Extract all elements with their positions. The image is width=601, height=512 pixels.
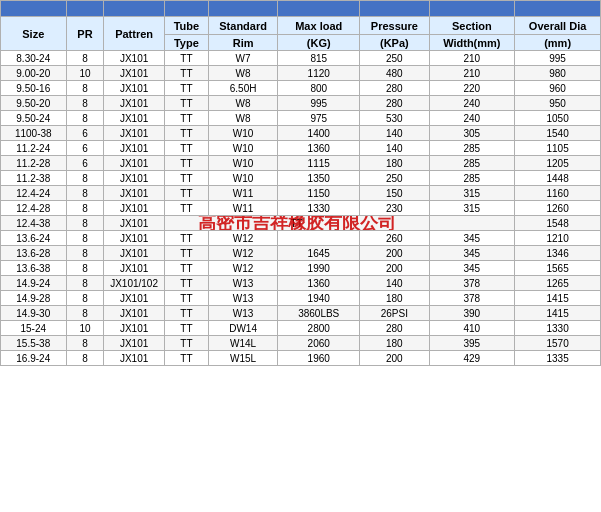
table-row: 9.00-2010JX101TTW81120480210980 bbox=[1, 66, 601, 81]
table-cell: 378 bbox=[429, 276, 515, 291]
table-cell: 995 bbox=[278, 96, 360, 111]
table-cell: TT bbox=[164, 276, 208, 291]
table-cell: 1565 bbox=[515, 261, 601, 276]
table-row: 13.6-288JX101TTW1216452003451346 bbox=[1, 246, 601, 261]
table-cell: 1346 bbox=[515, 246, 601, 261]
table-cell: 390 bbox=[429, 306, 515, 321]
table-cell: 1100-38 bbox=[1, 126, 67, 141]
table-cell: 1540 bbox=[515, 126, 601, 141]
table-cell: 1260 bbox=[515, 201, 601, 216]
table-cell: 210 bbox=[429, 66, 515, 81]
table-cell: 1360 bbox=[278, 141, 360, 156]
table-cell: 429 bbox=[429, 351, 515, 366]
table-cell: 280 bbox=[360, 96, 429, 111]
table-cell: 26PSI bbox=[360, 306, 429, 321]
table-cell: TT bbox=[164, 171, 208, 186]
table-cell: 200 bbox=[360, 351, 429, 366]
table-cell: W15L bbox=[208, 351, 277, 366]
table-cell: 11.2-38 bbox=[1, 171, 67, 186]
table-cell: JX101 bbox=[104, 306, 165, 321]
table-cell: TT bbox=[164, 291, 208, 306]
table-cell: 8 bbox=[66, 351, 104, 366]
table-row: 12.4-288JX101TTW1113302303151260 bbox=[1, 201, 601, 216]
table-cell: 260 bbox=[360, 231, 429, 246]
table-row: 12.4-248JX101TTW1111501503151160 bbox=[1, 186, 601, 201]
pressure-header: Pressure bbox=[360, 17, 429, 35]
table-cell: JX101 bbox=[104, 66, 165, 81]
table-cell: TT bbox=[164, 96, 208, 111]
table-row: 13.6-248JX101TTW122603451210 bbox=[1, 231, 601, 246]
rim-subheader: Rim bbox=[208, 35, 277, 51]
table-cell: 150 bbox=[360, 186, 429, 201]
col-n-label bbox=[208, 1, 277, 17]
section-unit-subheader: Width(mm) bbox=[429, 35, 515, 51]
table-cell: 2060 bbox=[278, 336, 360, 351]
table-cell: 1050 bbox=[515, 111, 601, 126]
table-cell: 13.6-28 bbox=[1, 246, 67, 261]
table-cell: 12.4-38 bbox=[1, 216, 67, 231]
table-cell: 1548 bbox=[515, 216, 601, 231]
table-cell: 180 bbox=[360, 336, 429, 351]
table-cell: W11 bbox=[208, 201, 277, 216]
table-cell: JX101 bbox=[104, 351, 165, 366]
table-cell: TT bbox=[164, 51, 208, 66]
table-cell: 9.50-24 bbox=[1, 111, 67, 126]
table-cell: 1210 bbox=[515, 231, 601, 246]
spreadsheet-container: Size PR Pattren Tube Standard Max load P… bbox=[0, 0, 601, 366]
table-cell: 1415 bbox=[515, 306, 601, 321]
table-cell: 950 bbox=[515, 96, 601, 111]
table-cell: JX101 bbox=[104, 201, 165, 216]
table-cell: 8 bbox=[66, 276, 104, 291]
table-cell: 1120 bbox=[278, 66, 360, 81]
maxload-header: Max load bbox=[278, 17, 360, 35]
table-row: 15.5-388JX101TTW14L20601803951570 bbox=[1, 336, 601, 351]
table-cell: 8 bbox=[66, 291, 104, 306]
table-cell: 8 bbox=[66, 111, 104, 126]
table-cell: 1360 bbox=[278, 276, 360, 291]
pattern-header: Pattren bbox=[104, 17, 165, 51]
table-cell: W13 bbox=[208, 276, 277, 291]
table-cell: 14.9-30 bbox=[1, 306, 67, 321]
table-row: 12.4-388JX101高密市吉祥橡胶有限公司TT1548 bbox=[1, 216, 601, 231]
column-letters-row bbox=[1, 1, 601, 17]
table-cell: W12 bbox=[208, 231, 277, 246]
table-cell: TT bbox=[164, 321, 208, 336]
table-cell: 1265 bbox=[515, 276, 601, 291]
table-cell: TT bbox=[164, 141, 208, 156]
table-cell bbox=[278, 231, 360, 246]
table-cell: 305 bbox=[429, 126, 515, 141]
col-p-label bbox=[360, 1, 429, 17]
col-j-label bbox=[1, 1, 67, 17]
table-cell: 220 bbox=[429, 81, 515, 96]
table-cell: 378 bbox=[429, 291, 515, 306]
table-cell: 1570 bbox=[515, 336, 601, 351]
table-cell: JX101 bbox=[104, 96, 165, 111]
table-cell: 1330 bbox=[278, 201, 360, 216]
table-cell: 240 bbox=[429, 96, 515, 111]
table-cell: JX101 bbox=[104, 186, 165, 201]
table-cell: W8 bbox=[208, 66, 277, 81]
table-cell: 9.00-20 bbox=[1, 66, 67, 81]
column-names-row: Size PR Pattren Tube Standard Max load P… bbox=[1, 17, 601, 35]
table-cell: W10 bbox=[208, 156, 277, 171]
table-cell: 345 bbox=[429, 246, 515, 261]
table-cell: 815 bbox=[278, 51, 360, 66]
table-cell: 800 bbox=[278, 81, 360, 96]
table-cell: 980 bbox=[515, 66, 601, 81]
table-cell: W13 bbox=[208, 291, 277, 306]
table-cell: W11 bbox=[208, 186, 277, 201]
table-cell: 高密市吉祥橡胶有限公司TT bbox=[164, 216, 429, 231]
table-cell: 140 bbox=[360, 141, 429, 156]
table-cell: 285 bbox=[429, 171, 515, 186]
table-cell: 9.50-20 bbox=[1, 96, 67, 111]
table-cell: DW14 bbox=[208, 321, 277, 336]
table-cell: W10 bbox=[208, 126, 277, 141]
table-cell: 285 bbox=[429, 141, 515, 156]
table-cell: 8 bbox=[66, 51, 104, 66]
table-cell: JX101 bbox=[104, 336, 165, 351]
table-cell: 1448 bbox=[515, 171, 601, 186]
table-cell: 345 bbox=[429, 261, 515, 276]
col-m-label bbox=[164, 1, 208, 17]
table-row: 14.9-248JX101/102TTW1313601403781265 bbox=[1, 276, 601, 291]
table-cell: 180 bbox=[360, 156, 429, 171]
